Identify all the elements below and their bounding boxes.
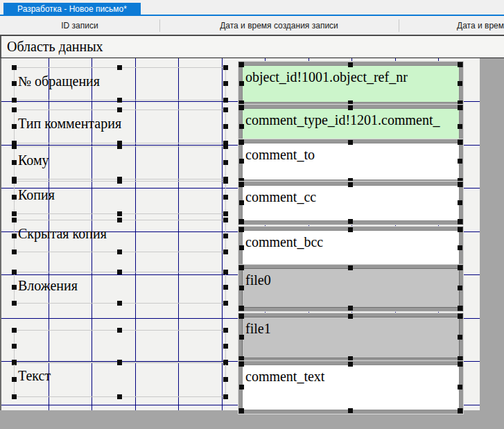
- field-frame[interactable]: comment_text: [238, 361, 463, 414]
- selection-handle[interactable]: [12, 234, 17, 238]
- selection-handle[interactable]: [239, 219, 244, 224]
- selection-handle[interactable]: [239, 105, 244, 110]
- selection-handle[interactable]: [458, 356, 462, 361]
- ruler-column-created[interactable]: Дата и время создания записи: [159, 16, 399, 35]
- selection-handle[interactable]: [12, 195, 17, 200]
- label-frame[interactable]: Копия: [14, 181, 226, 214]
- selection-handle[interactable]: [12, 107, 17, 112]
- field-frame[interactable]: file0: [238, 265, 463, 311]
- selection-handle[interactable]: [348, 408, 353, 413]
- selection-handle[interactable]: [12, 65, 17, 70]
- selection-handle[interactable]: [348, 62, 353, 67]
- selection-handle[interactable]: [12, 394, 17, 399]
- selection-handle[interactable]: [348, 105, 353, 110]
- ruler-column-modified[interactable]: Дата и врем: [399, 16, 504, 35]
- selection-handle[interactable]: [348, 140, 353, 145]
- selection-handle[interactable]: [223, 328, 228, 333]
- field-frame[interactable]: object_id!1001.object_ref_nr: [238, 62, 463, 106]
- selection-handle[interactable]: [223, 377, 228, 382]
- selection-handle[interactable]: [12, 218, 17, 222]
- selection-handle[interactable]: [12, 301, 17, 306]
- selection-handle[interactable]: [348, 314, 353, 319]
- selection-handle[interactable]: [348, 227, 353, 232]
- selection-handle[interactable]: [223, 360, 228, 365]
- field-box[interactable]: comment_cc: [242, 185, 460, 221]
- selection-handle[interactable]: [117, 211, 122, 216]
- selection-handle[interactable]: [12, 344, 17, 349]
- band-header[interactable]: Область данных: [0, 36, 504, 58]
- selection-handle[interactable]: [239, 140, 244, 145]
- selection-handle[interactable]: [12, 377, 17, 382]
- selection-handle[interactable]: [223, 218, 228, 222]
- design-area[interactable]: № обращенияobject_id!1001.object_ref_nrТ…: [0, 58, 480, 410]
- selection-handle[interactable]: [223, 195, 228, 200]
- selection-handle[interactable]: [117, 218, 122, 222]
- selection-handle[interactable]: [348, 362, 353, 367]
- selection-handle[interactable]: [239, 356, 244, 361]
- selection-handle[interactable]: [458, 182, 462, 187]
- selection-handle[interactable]: [223, 249, 228, 254]
- selection-handle[interactable]: [458, 105, 462, 110]
- field-frame[interactable]: comment_cc: [238, 182, 463, 225]
- selection-handle[interactable]: [239, 408, 244, 413]
- field-box[interactable]: comment_text: [242, 365, 460, 410]
- selection-handle[interactable]: [12, 285, 17, 290]
- selection-handle[interactable]: [239, 245, 244, 250]
- selection-handle[interactable]: [12, 179, 17, 184]
- selection-handle[interactable]: [223, 270, 228, 274]
- selection-handle[interactable]: [458, 62, 462, 67]
- label-frame[interactable]: Тип комментария: [14, 110, 226, 143]
- selection-handle[interactable]: [239, 62, 244, 67]
- selection-handle[interactable]: [223, 124, 228, 129]
- selection-handle[interactable]: [223, 211, 228, 216]
- selection-handle[interactable]: [223, 179, 228, 184]
- selection-handle[interactable]: [458, 306, 462, 310]
- selection-handle[interactable]: [458, 159, 462, 164]
- field-box[interactable]: comment_to: [242, 143, 460, 180]
- selection-handle[interactable]: [458, 265, 462, 270]
- selection-handle[interactable]: [458, 124, 462, 129]
- selection-handle[interactable]: [458, 362, 462, 367]
- selection-handle[interactable]: [117, 107, 122, 112]
- selection-handle[interactable]: [12, 98, 17, 103]
- field-box[interactable]: file1: [242, 317, 460, 358]
- selection-handle[interactable]: [223, 160, 228, 165]
- selection-handle[interactable]: [223, 65, 228, 70]
- label-frame[interactable]: № обращения: [14, 67, 226, 100]
- selection-handle[interactable]: [117, 394, 122, 399]
- selection-handle[interactable]: [12, 249, 17, 254]
- selection-handle[interactable]: [12, 160, 17, 165]
- selection-handle[interactable]: [117, 301, 122, 306]
- field-box[interactable]: file0: [242, 268, 460, 308]
- selection-handle[interactable]: [458, 286, 462, 290]
- label-frame[interactable]: Скрытая копия: [14, 220, 226, 252]
- label-frame[interactable]: [14, 330, 226, 363]
- selection-handle[interactable]: [239, 159, 244, 164]
- selection-handle[interactable]: [458, 219, 462, 224]
- selection-handle[interactable]: [223, 344, 228, 349]
- selection-handle[interactable]: [458, 408, 462, 413]
- selection-handle[interactable]: [239, 362, 244, 367]
- field-frame[interactable]: comment_to: [238, 139, 463, 184]
- selection-handle[interactable]: [117, 144, 122, 149]
- selection-handle[interactable]: [12, 144, 17, 149]
- selection-handle[interactable]: [239, 81, 244, 86]
- selection-handle[interactable]: [239, 314, 244, 319]
- selection-handle[interactable]: [458, 200, 462, 205]
- selection-handle[interactable]: [223, 394, 228, 399]
- selection-handle[interactable]: [348, 265, 353, 270]
- selection-handle[interactable]: [458, 227, 462, 232]
- selection-handle[interactable]: [239, 335, 244, 340]
- selection-handle[interactable]: [117, 179, 122, 184]
- selection-handle[interactable]: [117, 98, 122, 103]
- selection-handle[interactable]: [239, 286, 244, 290]
- selection-handle[interactable]: [223, 285, 228, 290]
- selection-handle[interactable]: [12, 328, 17, 333]
- selection-handle[interactable]: [223, 107, 228, 112]
- selection-handle[interactable]: [117, 328, 122, 333]
- selection-handle[interactable]: [223, 144, 228, 149]
- selection-handle[interactable]: [348, 356, 353, 361]
- selection-handle[interactable]: [223, 81, 228, 86]
- label-frame[interactable]: Текст: [14, 362, 226, 397]
- selection-handle[interactable]: [239, 265, 244, 270]
